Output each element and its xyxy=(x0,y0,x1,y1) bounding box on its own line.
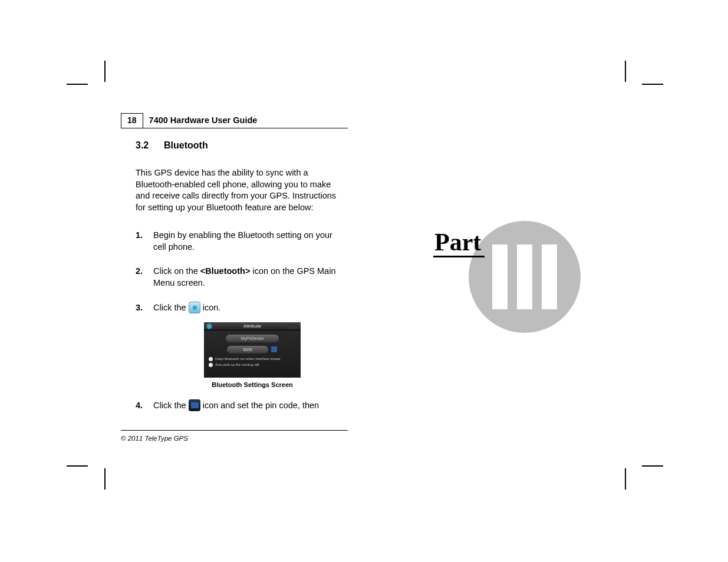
part-roman-numeral-icon xyxy=(469,221,581,333)
step-2: 2. Click on the <Bluetooth> icon on the … xyxy=(136,266,348,289)
bluetooth-settings-screenshot: Attribute MyPvDevice 8888 Keep bluetooth… xyxy=(204,322,301,378)
radio-icon xyxy=(209,363,213,367)
step-number: 4. xyxy=(136,400,153,412)
radio-icon xyxy=(209,357,213,361)
step-text: Click on the <Bluetooth> icon on the GPS… xyxy=(153,266,348,289)
left-page: 18 7400 Hardware User Guide 3.2Bluetooth… xyxy=(103,65,348,471)
page-header: 18 7400 Hardware User Guide xyxy=(103,113,348,128)
section-number: 3.2 xyxy=(136,140,164,151)
section-title: Bluetooth xyxy=(164,140,208,150)
section-heading: 3.2Bluetooth xyxy=(136,140,348,151)
step-number: 2. xyxy=(136,266,153,289)
option-keep-running: Keep bluetooth run when interface closed xyxy=(215,357,280,361)
step-3: 3. Click the icon. xyxy=(136,302,348,314)
back-icon xyxy=(206,323,212,329)
forward-icon xyxy=(288,324,298,329)
step-number: 3. xyxy=(136,302,153,314)
step-number: 1. xyxy=(136,230,153,253)
part-divider: Part xyxy=(448,221,595,339)
pin-field: 8888 xyxy=(227,346,268,353)
step-text: Begin by enabling the Bluetooth setting … xyxy=(153,230,348,253)
step-1: 1. Begin by enabling the Bluetooth setti… xyxy=(136,230,348,253)
bluetooth-bold-label: <Bluetooth> xyxy=(200,266,251,276)
keyboard-icon xyxy=(189,399,200,411)
screenshot-title: Attribute xyxy=(243,323,261,329)
document-title: 7400 Hardware User Guide xyxy=(143,113,348,128)
steps-list: 1. Begin by enabling the Bluetooth setti… xyxy=(136,230,348,412)
footer-rule xyxy=(121,430,348,431)
screenshot-caption: Bluetooth Settings Screen xyxy=(186,381,319,388)
screenshot-figure: Attribute MyPvDevice 8888 Keep bluetooth… xyxy=(186,322,319,388)
step-text: Click the icon and set the pin code, the… xyxy=(153,400,348,412)
step-4: 4. Click the icon and set the pin code, … xyxy=(136,400,348,412)
keyboard-icon xyxy=(271,346,278,353)
page-number: 18 xyxy=(121,113,143,128)
copyright: © 2011 TeleType GPS xyxy=(121,435,188,442)
step-text: Click the icon. xyxy=(153,302,348,314)
option-auto-pickup: Auto pick up the coming call xyxy=(215,363,259,366)
intro-paragraph: This GPS device has the ability to sync … xyxy=(136,167,339,213)
part-label: Part xyxy=(433,230,485,257)
device-name-field: MyPvDevice xyxy=(226,335,279,342)
bluetooth-settings-icon xyxy=(189,302,200,313)
